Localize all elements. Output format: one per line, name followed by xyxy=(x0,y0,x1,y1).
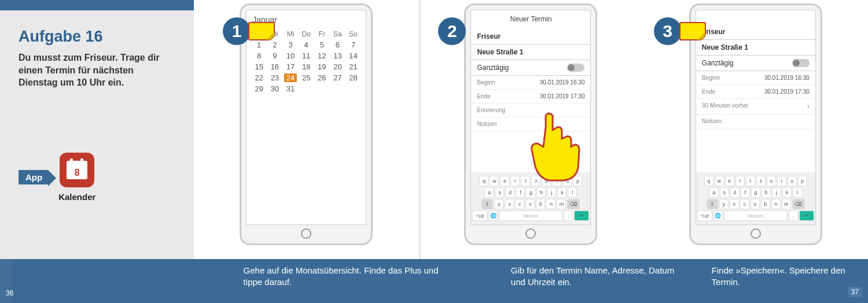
cal-day[interactable]: 10 xyxy=(284,51,297,60)
kb-key[interactable]: q xyxy=(479,176,488,186)
kb-key[interactable]: e xyxy=(725,176,734,186)
cal-day[interactable]: 31 xyxy=(284,84,297,93)
event-address-field[interactable]: Neue Straße 1 xyxy=(471,45,590,60)
kb-key[interactable]: z xyxy=(531,176,540,186)
home-button[interactable] xyxy=(301,228,311,239)
allday-toggle[interactable] xyxy=(792,59,810,67)
kb-key[interactable]: r xyxy=(510,176,520,186)
cal-day[interactable]: 29 xyxy=(253,84,266,93)
kb-key[interactable]: s xyxy=(495,187,504,198)
kb-space[interactable]: Deutsch xyxy=(499,210,562,221)
home-button[interactable] xyxy=(525,228,536,239)
kb-key[interactable]: b xyxy=(536,199,545,209)
event-title-field[interactable]: Friseur xyxy=(471,29,590,45)
kb-key[interactable]: a xyxy=(709,187,719,198)
kb-key[interactable]: j xyxy=(547,187,556,198)
cal-day[interactable]: 8 xyxy=(253,51,266,60)
kb-lang-icon[interactable]: 🌐 xyxy=(488,210,498,221)
kb-key[interactable]: e xyxy=(500,176,509,186)
kb-key[interactable]: w xyxy=(715,176,724,186)
kb-key[interactable]: x xyxy=(730,199,739,209)
kb-key[interactable]: r xyxy=(735,176,745,186)
cal-day[interactable]: 9 xyxy=(269,51,281,60)
cal-day[interactable]: 26 xyxy=(315,73,328,82)
kb-key[interactable]: c xyxy=(740,199,749,209)
cal-day[interactable]: 4 xyxy=(300,40,312,49)
kb-key[interactable]: l xyxy=(568,187,577,198)
allday-toggle[interactable] xyxy=(567,64,584,72)
kb-key[interactable]: n xyxy=(546,199,556,209)
kb-backspace[interactable]: ⌫ xyxy=(567,199,580,209)
allday-row[interactable]: Ganztägig xyxy=(696,56,815,71)
begin-row[interactable]: Beginn30.01.2019 16:30 xyxy=(696,71,815,85)
cal-day[interactable]: 6 xyxy=(331,40,344,49)
kb-key[interactable]: g xyxy=(751,187,760,198)
event-title-field[interactable]: Friseur xyxy=(696,24,815,40)
kb-key[interactable]: p xyxy=(573,176,582,186)
cal-day[interactable]: 23 xyxy=(269,73,281,82)
cal-day[interactable]: 22 xyxy=(253,73,266,82)
cal-day[interactable]: 7 xyxy=(347,40,360,49)
kb-enter[interactable]: ↵ xyxy=(799,210,814,221)
kb-dot[interactable]: . xyxy=(564,210,573,221)
kb-key[interactable]: h xyxy=(536,187,546,198)
end-row[interactable]: Ende30.01.2019 17:30 xyxy=(696,85,815,99)
kb-key[interactable]: q xyxy=(704,176,713,186)
kb-key[interactable]: z xyxy=(756,176,766,186)
kb-key[interactable]: j xyxy=(772,187,781,198)
cal-day[interactable]: 27 xyxy=(331,73,344,82)
kb-key[interactable]: b xyxy=(761,199,770,209)
kb-lang-icon[interactable]: 🌐 xyxy=(713,210,723,221)
kb-key[interactable]: y xyxy=(494,199,503,209)
reminder-row[interactable]: 30 Minuten vorher› xyxy=(696,99,815,114)
end-row[interactable]: Ende30.01.2019 17:30 xyxy=(471,90,590,104)
keyboard[interactable]: qwertzuiop asdfghjkl ⇧yxcvbnm⌫ ?1@🌐Deuts… xyxy=(696,172,815,224)
cal-day[interactable]: 21 xyxy=(347,62,360,71)
cal-day[interactable]: 15 xyxy=(253,62,266,71)
kb-key[interactable]: c xyxy=(515,199,524,209)
kb-key[interactable]: y xyxy=(719,199,729,209)
keyboard[interactable]: qwertzuiop asdfghjkl ⇧yxcvbnm⌫ ?1@🌐Deuts… xyxy=(471,172,590,224)
kb-key[interactable]: k xyxy=(557,187,567,198)
cal-day[interactable]: 16 xyxy=(269,62,281,71)
cal-day[interactable]: 5 xyxy=(315,40,328,49)
begin-row[interactable]: Beginn30.01.2019 16:30 xyxy=(471,76,590,90)
cal-day[interactable]: 17 xyxy=(284,62,297,71)
event-address-field[interactable]: Neue Straße 1 xyxy=(696,40,815,56)
kb-space[interactable]: Deutsch xyxy=(724,210,788,221)
kb-key[interactable]: f xyxy=(741,187,750,198)
kb-key[interactable]: g xyxy=(526,187,535,198)
reminder-row[interactable]: Erinnerung xyxy=(471,104,590,117)
kb-backspace[interactable]: ⌫ xyxy=(792,199,805,209)
kb-key[interactable]: l xyxy=(793,187,802,198)
kb-key[interactable]: v xyxy=(751,199,760,209)
cal-day[interactable]: 3 xyxy=(284,40,297,49)
kb-key[interactable]: u xyxy=(542,176,551,186)
kb-key[interactable]: m xyxy=(557,199,566,209)
kb-symbols[interactable]: ?1@ xyxy=(472,210,487,221)
notes-row[interactable]: Notizen xyxy=(471,117,590,131)
kb-enter[interactable]: ↵ xyxy=(574,210,589,221)
home-button[interactable] xyxy=(751,228,761,239)
kb-key[interactable]: o xyxy=(562,176,572,186)
kb-key[interactable]: o xyxy=(788,176,797,186)
kb-key[interactable]: h xyxy=(762,187,771,198)
calendar-app-icon[interactable]: 8 xyxy=(60,153,94,187)
kb-key[interactable]: p xyxy=(798,176,807,186)
cal-day[interactable]: 11 xyxy=(300,51,312,60)
cal-day[interactable]: 25 xyxy=(300,73,312,82)
kb-key[interactable]: d xyxy=(730,187,740,198)
kb-key[interactable]: v xyxy=(525,199,535,209)
kb-symbols[interactable]: ?1@ xyxy=(697,210,712,221)
kb-key[interactable]: x xyxy=(505,199,514,209)
allday-row[interactable]: Ganztägig xyxy=(471,60,590,76)
kb-key[interactable]: d xyxy=(505,187,514,198)
cal-day[interactable]: 13 xyxy=(331,51,344,60)
kb-key[interactable]: t xyxy=(746,176,755,186)
kb-key[interactable]: n xyxy=(771,199,781,209)
cal-day[interactable]: 19 xyxy=(315,62,328,71)
cal-day[interactable]: 18 xyxy=(300,62,312,71)
cal-day[interactable]: 12 xyxy=(315,51,328,60)
kb-key[interactable]: s xyxy=(720,187,729,198)
kb-key[interactable]: f xyxy=(516,187,525,198)
